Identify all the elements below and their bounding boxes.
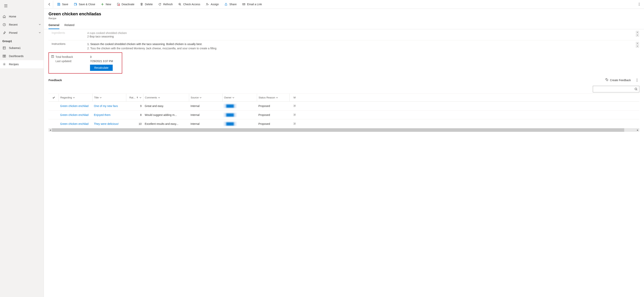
hamburger-button[interactable]: [2, 2, 10, 10]
hamburger-icon: [4, 4, 8, 8]
ingredients-value[interactable]: 4 cups cooked shredded chicken 2 tbsp ta…: [87, 31, 639, 39]
ingredients-scroll[interactable]: ▲ ▼: [636, 31, 639, 37]
scroll-left-icon[interactable]: ◀: [48, 128, 52, 132]
arrow-left-icon: [48, 3, 51, 6]
svg-point-19: [52, 57, 52, 58]
table-header: Regarding Title Rat... Comments: [48, 94, 639, 102]
table-row[interactable]: Green chicken enchiladEnjoyed them8Would…: [48, 110, 639, 119]
deactivate-button[interactable]: Deactivate: [114, 1, 137, 8]
instructions-scroll[interactable]: ▲ ▼: [636, 42, 639, 48]
cell-owner[interactable]: ████: [222, 113, 257, 117]
svg-point-23: [637, 79, 638, 79]
instructions-row: Instructions 1. Season the cooked shredd…: [48, 40, 639, 52]
nav-dashboards-label: Dashboards: [9, 55, 24, 58]
svg-point-6: [4, 64, 5, 65]
delete-button[interactable]: Delete: [137, 1, 155, 8]
nav-recipes[interactable]: Recipes: [0, 60, 44, 68]
check-access-button[interactable]: Check Access: [175, 1, 203, 8]
cell-regarding[interactable]: Green chicken enchilad: [58, 104, 92, 108]
check-access-label: Check Access: [183, 3, 200, 6]
arrow-up-icon: [136, 97, 138, 99]
feedback-search[interactable]: [593, 86, 639, 92]
col-comments[interactable]: Comments: [143, 94, 189, 102]
save-close-button[interactable]: Save & Close: [71, 1, 98, 8]
gear-icon: [2, 63, 6, 66]
scroll-right-icon[interactable]: ▶: [636, 128, 639, 132]
scroll-down-icon[interactable]: ▼: [636, 45, 639, 48]
svg-point-25: [637, 81, 638, 82]
save-button[interactable]: Save: [54, 1, 71, 8]
cell-source: Internal: [189, 122, 222, 125]
cell-regarding[interactable]: Green chicken enchilad: [58, 113, 92, 116]
mail-icon: [242, 3, 246, 6]
scroll-up-icon[interactable]: ▲: [636, 31, 639, 34]
nav-subarea1[interactable]: Subarea1: [0, 44, 44, 52]
scroll-up-icon[interactable]: ▲: [636, 42, 639, 45]
home-icon: [2, 15, 6, 18]
select-all-checkbox[interactable]: [48, 94, 58, 102]
col-source[interactable]: Source: [189, 94, 222, 102]
assign-button[interactable]: Assign: [203, 1, 222, 8]
col-status[interactable]: Status Reason: [257, 94, 290, 102]
more-commands-button[interactable]: [636, 1, 642, 8]
nav-home[interactable]: Home: [0, 13, 44, 21]
cell-rating: 10: [126, 122, 143, 125]
cell-rating: 9: [126, 104, 143, 108]
tab-general[interactable]: General: [48, 23, 59, 29]
nav-group-label: Group1: [0, 37, 44, 44]
instructions-label: Instructions: [48, 42, 87, 46]
cell-m: 7/: [290, 122, 297, 125]
table-row[interactable]: Green chicken enchiladThey were deliciou…: [48, 119, 639, 128]
cell-regarding[interactable]: Green chicken enchilad: [58, 122, 92, 125]
ingredients-label: Ingredients: [48, 31, 87, 34]
feedback-more-button[interactable]: [635, 79, 639, 82]
scroll-down-icon[interactable]: ▼: [636, 34, 639, 37]
recalculate-button[interactable]: Recalculate: [90, 65, 113, 71]
cell-title[interactable]: One of my new favs: [92, 104, 126, 108]
cell-m: 7/: [290, 113, 297, 116]
assign-label: Assign: [211, 3, 219, 6]
cell-rating: 8: [126, 113, 143, 116]
cell-title[interactable]: They were delicious!: [92, 122, 126, 125]
nav-pinned-label: Pinned: [9, 31, 18, 34]
tabs: General Related: [44, 20, 644, 29]
share-label: Share: [229, 3, 236, 6]
svg-point-11: [639, 3, 640, 4]
create-feedback-button[interactable]: Create Feedback: [606, 78, 631, 82]
col-owner[interactable]: Owner: [222, 94, 257, 102]
new-button[interactable]: New: [98, 1, 114, 8]
cell-title[interactable]: Enjoyed them: [92, 113, 126, 116]
svg-point-13: [639, 5, 640, 6]
col-title[interactable]: Title: [92, 94, 126, 102]
cell-status: Proposed: [257, 122, 290, 125]
feedback-title: Feedback: [48, 78, 62, 82]
rollup-box: Total feedback 3 Last updated: 7/29/2021…: [48, 52, 122, 74]
svg-rect-15: [52, 56, 53, 56]
cell-status: Proposed: [257, 104, 290, 108]
col-rating[interactable]: Rat...: [126, 94, 143, 102]
table-row[interactable]: Green chicken enchiladOne of my new favs…: [48, 102, 639, 110]
content-area[interactable]: Ingredients 4 cups cooked shredded chick…: [44, 29, 644, 297]
nav-dashboards[interactable]: Dashboards: [0, 52, 44, 60]
cell-owner[interactable]: ████: [222, 122, 257, 126]
tag-icon: [606, 78, 608, 82]
delete-label: Delete: [145, 3, 153, 6]
svg-rect-4: [3, 56, 4, 57]
cell-m: 7/: [290, 104, 297, 108]
tab-related[interactable]: Related: [64, 23, 74, 29]
horizontal-scrollbar[interactable]: ◀ ▶: [48, 128, 639, 132]
col-m[interactable]: M: [290, 94, 297, 102]
pin-icon: [2, 31, 6, 35]
email-link-button[interactable]: Email a Link: [239, 1, 264, 8]
share-button[interactable]: Share: [222, 1, 239, 8]
refresh-button[interactable]: Refresh: [155, 1, 175, 8]
clock-icon: [2, 23, 6, 27]
nav-pinned[interactable]: Pinned: [0, 29, 44, 37]
cell-owner[interactable]: ████: [222, 104, 257, 108]
back-button[interactable]: [46, 1, 53, 8]
nav-recent[interactable]: Recent: [0, 21, 44, 29]
col-regarding[interactable]: Regarding: [58, 94, 92, 102]
instructions-value[interactable]: 1. Season the cooked shredded chicken wi…: [87, 42, 639, 51]
more-vertical-icon: [639, 3, 640, 6]
check-icon: [52, 96, 55, 99]
